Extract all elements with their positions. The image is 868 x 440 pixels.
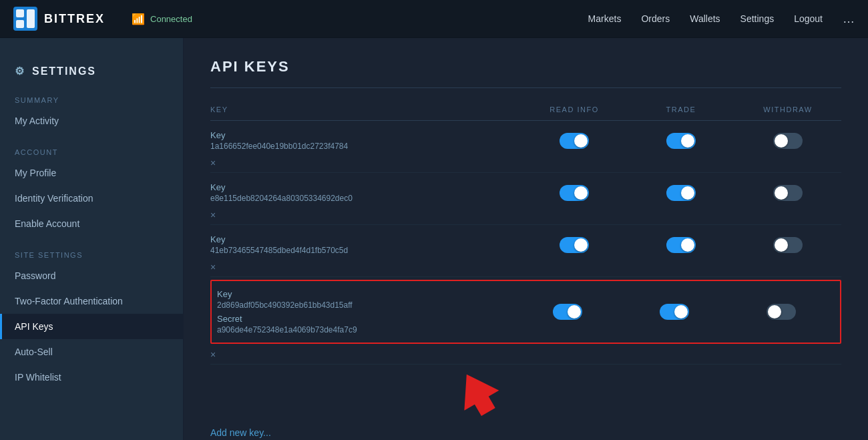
api-key-label: Key (210, 234, 521, 244)
sidebar-item-identity-verification[interactable]: Identity Verification (0, 186, 183, 211)
toggle-read-info[interactable] (560, 133, 589, 149)
sidebar-item-ip-whitelist[interactable]: IP Whitelist (0, 365, 183, 390)
toggle-read-info[interactable] (560, 237, 589, 253)
add-new-key-link[interactable]: Add new key... (210, 418, 271, 440)
toggle-read-info[interactable] (553, 304, 582, 320)
toggle-cell-trade (628, 185, 734, 201)
toggle-withdraw[interactable] (773, 133, 803, 149)
connected-label: Connected (150, 14, 192, 24)
toggle-cell-withdraw (734, 133, 841, 149)
arrow-container (210, 365, 841, 418)
sidebar-item-password[interactable]: Password (0, 263, 183, 288)
api-key-info: Keye8e115deb8204264a80305334692dec0 (210, 182, 521, 203)
toggle-withdraw[interactable] (767, 304, 796, 320)
api-key-label: Key (210, 130, 521, 140)
api-key-label: Key (217, 289, 514, 299)
header-ellipsis[interactable]: … (843, 12, 855, 26)
toggle-cell-trade (628, 237, 734, 253)
body: ⚙ SETTINGS SUMMARY My Activity ACCOUNT M… (0, 38, 868, 440)
sidebar-settings-header: ⚙ SETTINGS (0, 58, 183, 91)
api-key-value: 2d869adf05bc490392eb61bb43d15aff (217, 300, 514, 310)
toggle-cell-read-info (514, 304, 621, 320)
api-secret-value: a906de4e752348e1a4069b73de4fa7c9 (217, 325, 514, 335)
delete-key-button[interactable]: × (210, 347, 841, 364)
sidebar-item-enable-account[interactable]: Enable Account (0, 211, 183, 236)
toggle-cell-trade (621, 304, 728, 320)
table-header: KEY READ INFO TRADE WITHDRAW (210, 101, 841, 121)
table-row-inner: Key2d869adf05bc490392eb61bb43d15affSecre… (210, 280, 841, 344)
sidebar-item-api-keys[interactable]: API Keys (0, 314, 183, 339)
site-settings-section-title: SITE SETTINGS (0, 246, 183, 263)
api-secret-label: Secret (217, 314, 514, 324)
api-key-value: e8e115deb8204264a80305334692dec0 (210, 194, 521, 203)
api-keys-list: Key1a166652fee040e19bb01dc2723f4784×Keye… (210, 121, 841, 365)
logo-text: BITTREX (44, 12, 105, 26)
nav-settings[interactable]: Settings (740, 13, 775, 24)
toggle-cell-read-info (521, 185, 628, 201)
toggle-knob (674, 305, 688, 318)
api-key-value: 1a166652fee040e19bb01dc2723f4784 (210, 142, 521, 151)
col-read-info: READ INFO (521, 105, 628, 114)
sidebar: ⚙ SETTINGS SUMMARY My Activity ACCOUNT M… (0, 38, 184, 440)
toggle-withdraw[interactable] (773, 185, 803, 201)
summary-section-title: SUMMARY (0, 91, 183, 108)
table-row: Keye8e115deb8204264a80305334692dec0× (210, 173, 841, 225)
header: BITTREX 📶 Connected Markets Orders Walle… (0, 0, 868, 38)
toggle-withdraw[interactable] (773, 237, 803, 253)
toggle-knob (681, 238, 694, 252)
toggle-read-info[interactable] (560, 185, 589, 201)
main-content: API KEYS KEY READ INFO TRADE WITHDRAW Ke… (184, 38, 868, 440)
sidebar-item-auto-sell[interactable]: Auto-Sell (0, 339, 183, 365)
svg-rect-3 (27, 9, 35, 28)
col-trade: TRADE (628, 105, 734, 114)
divider (210, 87, 841, 88)
table-row-inner: Key1a166652fee040e19bb01dc2723f4784 (210, 121, 841, 155)
toggle-cell-withdraw (734, 185, 841, 201)
toggle-cell-withdraw (734, 237, 841, 253)
toggle-knob (574, 134, 588, 148)
wifi-icon: 📶 (132, 13, 145, 25)
red-arrow (444, 365, 524, 418)
nav-logout[interactable]: Logout (794, 13, 823, 24)
table-row: Key1a166652fee040e19bb01dc2723f4784× (210, 121, 841, 173)
settings-label: SETTINGS (32, 65, 96, 77)
toggle-knob (681, 134, 694, 148)
sidebar-item-my-profile[interactable]: My Profile (0, 160, 183, 186)
sidebar-item-my-activity[interactable]: My Activity (0, 108, 183, 134)
toggle-trade[interactable] (666, 237, 696, 253)
nav-wallets[interactable]: Wallets (690, 13, 720, 24)
sidebar-item-two-factor[interactable]: Two-Factor Authentication (0, 288, 183, 314)
table-row-inner: Keye8e115deb8204264a80305334692dec0 (210, 173, 841, 207)
toggle-knob (775, 238, 788, 252)
delete-key-button[interactable]: × (210, 207, 841, 224)
svg-rect-2 (16, 20, 24, 28)
api-key-info: Key2d869adf05bc490392eb61bb43d15affSecre… (217, 289, 514, 335)
toggle-knob (768, 305, 781, 318)
toggle-knob (681, 186, 694, 200)
logo-icon (13, 7, 37, 31)
connection-status: 📶 Connected (132, 13, 192, 25)
toggle-trade[interactable] (666, 133, 696, 149)
toggle-cell-trade (628, 133, 734, 149)
nav-orders[interactable]: Orders (641, 13, 670, 24)
toggle-trade[interactable] (660, 304, 689, 320)
table-row: Key41eb73465547485dbed4f4d1fb570c5d× (210, 225, 841, 277)
delete-key-button[interactable]: × (210, 259, 841, 276)
gear-icon: ⚙ (15, 65, 25, 77)
nav-markets[interactable]: Markets (588, 13, 622, 24)
logo: BITTREX (13, 7, 105, 31)
toggle-trade[interactable] (666, 185, 696, 201)
col-withdraw: WITHDRAW (734, 105, 841, 114)
table-row: Key2d869adf05bc490392eb61bb43d15affSecre… (210, 280, 841, 365)
delete-key-button[interactable]: × (210, 155, 841, 172)
account-section-title: ACCOUNT (0, 143, 183, 160)
col-key: KEY (210, 105, 521, 114)
toggle-cell-read-info (521, 133, 628, 149)
toggle-cell-withdraw (728, 304, 835, 320)
api-key-info: Key1a166652fee040e19bb01dc2723f4784 (210, 130, 521, 151)
api-key-info: Key41eb73465547485dbed4f4d1fb570c5d (210, 234, 521, 255)
svg-marker-4 (449, 365, 505, 418)
toggle-knob (574, 238, 588, 252)
header-nav: Markets Orders Wallets Settings Logout … (588, 12, 855, 26)
api-key-value: 41eb73465547485dbed4f4d1fb570c5d (210, 246, 521, 255)
